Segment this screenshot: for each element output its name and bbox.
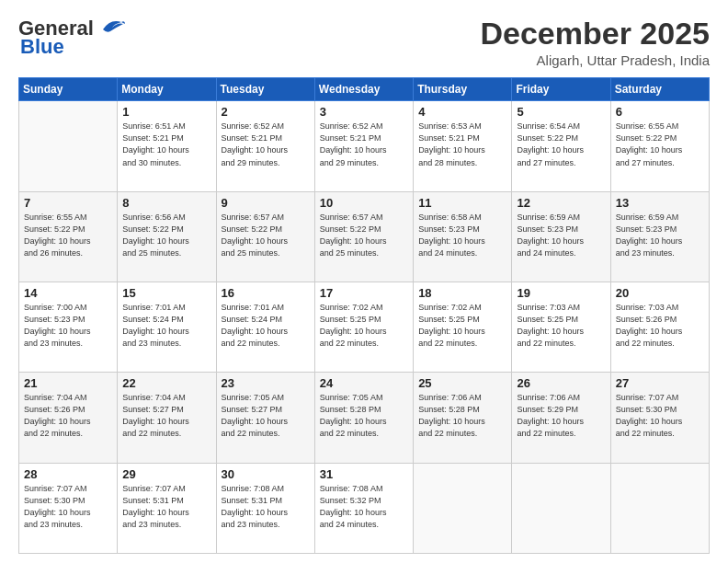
day-info: Sunrise: 7:04 AM Sunset: 5:26 PM Dayligh… <box>24 392 112 440</box>
calendar-week-3: 14Sunrise: 7:00 AM Sunset: 5:23 PM Dayli… <box>19 282 710 373</box>
day-info: Sunrise: 6:54 AM Sunset: 5:22 PM Dayligh… <box>517 121 605 168</box>
day-number: 13 <box>616 196 704 210</box>
day-info: Sunrise: 7:05 AM Sunset: 5:28 PM Dayligh… <box>320 392 408 440</box>
table-row: 16Sunrise: 7:01 AM Sunset: 5:24 PM Dayli… <box>216 282 314 373</box>
day-number: 4 <box>418 105 506 119</box>
logo-bird-icon <box>96 17 125 37</box>
table-row: 14Sunrise: 7:00 AM Sunset: 5:23 PM Dayli… <box>19 282 118 373</box>
table-row: 19Sunrise: 7:03 AM Sunset: 5:25 PM Dayli… <box>512 282 610 373</box>
day-info: Sunrise: 6:53 AM Sunset: 5:21 PM Dayligh… <box>418 121 506 168</box>
day-info: Sunrise: 6:52 AM Sunset: 5:21 PM Dayligh… <box>222 121 310 168</box>
day-info: Sunrise: 6:52 AM Sunset: 5:21 PM Dayligh… <box>320 121 408 168</box>
day-number: 18 <box>418 286 506 300</box>
table-row: 20Sunrise: 7:03 AM Sunset: 5:26 PM Dayli… <box>610 282 709 373</box>
day-info: Sunrise: 7:02 AM Sunset: 5:25 PM Dayligh… <box>320 302 408 350</box>
page: General Blue December 2025 Aligarh, Utta… <box>0 0 728 563</box>
day-number: 29 <box>122 467 210 481</box>
day-info: Sunrise: 7:08 AM Sunset: 5:31 PM Dayligh… <box>222 483 310 531</box>
month-title: December 2025 <box>480 17 710 51</box>
day-info: Sunrise: 7:06 AM Sunset: 5:28 PM Dayligh… <box>418 392 506 440</box>
col-tuesday: Tuesday <box>216 78 314 101</box>
col-wednesday: Wednesday <box>314 78 413 101</box>
table-row: 13Sunrise: 6:59 AM Sunset: 5:23 PM Dayli… <box>610 191 709 282</box>
day-info: Sunrise: 6:56 AM Sunset: 5:22 PM Dayligh… <box>122 212 210 259</box>
table-row: 12Sunrise: 6:59 AM Sunset: 5:23 PM Dayli… <box>512 191 610 282</box>
calendar-week-5: 28Sunrise: 7:07 AM Sunset: 5:30 PM Dayli… <box>19 463 710 553</box>
day-info: Sunrise: 7:07 AM Sunset: 5:30 PM Dayligh… <box>616 392 704 440</box>
table-row: 10Sunrise: 6:57 AM Sunset: 5:22 PM Dayli… <box>314 191 413 282</box>
day-number: 3 <box>320 105 408 119</box>
day-info: Sunrise: 7:05 AM Sunset: 5:27 PM Dayligh… <box>222 392 310 440</box>
day-number: 17 <box>320 286 408 300</box>
table-row: 5Sunrise: 6:54 AM Sunset: 5:22 PM Daylig… <box>512 101 610 191</box>
day-number: 9 <box>222 196 310 210</box>
day-number: 31 <box>320 467 408 481</box>
day-info: Sunrise: 6:55 AM Sunset: 5:22 PM Dayligh… <box>616 121 704 168</box>
table-row <box>414 463 512 553</box>
table-row <box>610 463 709 553</box>
day-number: 11 <box>418 196 506 210</box>
day-number: 10 <box>320 196 408 210</box>
day-info: Sunrise: 7:08 AM Sunset: 5:32 PM Dayligh… <box>320 483 408 531</box>
table-row: 26Sunrise: 7:06 AM Sunset: 5:29 PM Dayli… <box>512 373 610 463</box>
table-row: 28Sunrise: 7:07 AM Sunset: 5:30 PM Dayli… <box>19 463 118 553</box>
day-number: 12 <box>517 196 605 210</box>
day-info: Sunrise: 7:01 AM Sunset: 5:24 PM Dayligh… <box>122 302 210 350</box>
calendar-week-2: 7Sunrise: 6:55 AM Sunset: 5:22 PM Daylig… <box>19 191 710 282</box>
table-row: 27Sunrise: 7:07 AM Sunset: 5:30 PM Dayli… <box>610 373 709 463</box>
day-number: 8 <box>122 196 210 210</box>
day-info: Sunrise: 6:57 AM Sunset: 5:22 PM Dayligh… <box>222 212 310 259</box>
day-number: 15 <box>122 286 210 300</box>
day-info: Sunrise: 7:07 AM Sunset: 5:31 PM Dayligh… <box>122 483 210 531</box>
table-row: 29Sunrise: 7:07 AM Sunset: 5:31 PM Dayli… <box>118 463 216 553</box>
day-info: Sunrise: 7:02 AM Sunset: 5:25 PM Dayligh… <box>418 302 506 350</box>
day-info: Sunrise: 7:01 AM Sunset: 5:24 PM Dayligh… <box>222 302 310 350</box>
col-thursday: Thursday <box>414 78 512 101</box>
day-info: Sunrise: 7:03 AM Sunset: 5:25 PM Dayligh… <box>517 302 605 350</box>
day-number: 27 <box>616 376 704 390</box>
day-number: 24 <box>320 376 408 390</box>
table-row: 8Sunrise: 6:56 AM Sunset: 5:22 PM Daylig… <box>118 191 216 282</box>
table-row: 23Sunrise: 7:05 AM Sunset: 5:27 PM Dayli… <box>216 373 314 463</box>
day-info: Sunrise: 7:07 AM Sunset: 5:30 PM Dayligh… <box>24 483 112 531</box>
day-info: Sunrise: 7:00 AM Sunset: 5:23 PM Dayligh… <box>24 302 112 350</box>
logo-blue: Blue <box>20 35 64 59</box>
day-number: 28 <box>24 467 112 481</box>
table-row: 6Sunrise: 6:55 AM Sunset: 5:22 PM Daylig… <box>610 101 709 191</box>
day-number: 26 <box>517 376 605 390</box>
table-row: 17Sunrise: 7:02 AM Sunset: 5:25 PM Dayli… <box>314 282 413 373</box>
day-info: Sunrise: 7:04 AM Sunset: 5:27 PM Dayligh… <box>122 392 210 440</box>
day-info: Sunrise: 7:03 AM Sunset: 5:26 PM Dayligh… <box>616 302 704 350</box>
table-row: 21Sunrise: 7:04 AM Sunset: 5:26 PM Dayli… <box>19 373 118 463</box>
col-monday: Monday <box>118 78 216 101</box>
calendar-week-4: 21Sunrise: 7:04 AM Sunset: 5:26 PM Dayli… <box>19 373 710 463</box>
day-info: Sunrise: 6:58 AM Sunset: 5:23 PM Dayligh… <box>418 212 506 259</box>
day-number: 25 <box>418 376 506 390</box>
table-row: 9Sunrise: 6:57 AM Sunset: 5:22 PM Daylig… <box>216 191 314 282</box>
day-number: 16 <box>222 286 310 300</box>
table-row <box>19 101 118 191</box>
header-row: Sunday Monday Tuesday Wednesday Thursday… <box>19 78 710 101</box>
table-row: 2Sunrise: 6:52 AM Sunset: 5:21 PM Daylig… <box>216 101 314 191</box>
calendar-week-1: 1Sunrise: 6:51 AM Sunset: 5:21 PM Daylig… <box>19 101 710 191</box>
day-info: Sunrise: 6:51 AM Sunset: 5:21 PM Dayligh… <box>122 121 210 168</box>
day-number: 23 <box>222 376 310 390</box>
day-number: 6 <box>616 105 704 119</box>
table-row: 11Sunrise: 6:58 AM Sunset: 5:23 PM Dayli… <box>414 191 512 282</box>
day-number: 21 <box>24 376 112 390</box>
day-number: 22 <box>122 376 210 390</box>
day-number: 19 <box>517 286 605 300</box>
day-info: Sunrise: 6:59 AM Sunset: 5:23 PM Dayligh… <box>616 212 704 259</box>
day-number: 5 <box>517 105 605 119</box>
day-info: Sunrise: 6:55 AM Sunset: 5:22 PM Dayligh… <box>24 212 112 259</box>
day-info: Sunrise: 7:06 AM Sunset: 5:29 PM Dayligh… <box>517 392 605 440</box>
table-row: 7Sunrise: 6:55 AM Sunset: 5:22 PM Daylig… <box>19 191 118 282</box>
table-row: 25Sunrise: 7:06 AM Sunset: 5:28 PM Dayli… <box>414 373 512 463</box>
title-section: December 2025 Aligarh, Uttar Pradesh, In… <box>480 17 710 68</box>
table-row: 4Sunrise: 6:53 AM Sunset: 5:21 PM Daylig… <box>414 101 512 191</box>
day-info: Sunrise: 6:59 AM Sunset: 5:23 PM Dayligh… <box>517 212 605 259</box>
table-row: 3Sunrise: 6:52 AM Sunset: 5:21 PM Daylig… <box>314 101 413 191</box>
day-number: 20 <box>616 286 704 300</box>
col-friday: Friday <box>512 78 610 101</box>
day-info: Sunrise: 6:57 AM Sunset: 5:22 PM Dayligh… <box>320 212 408 259</box>
